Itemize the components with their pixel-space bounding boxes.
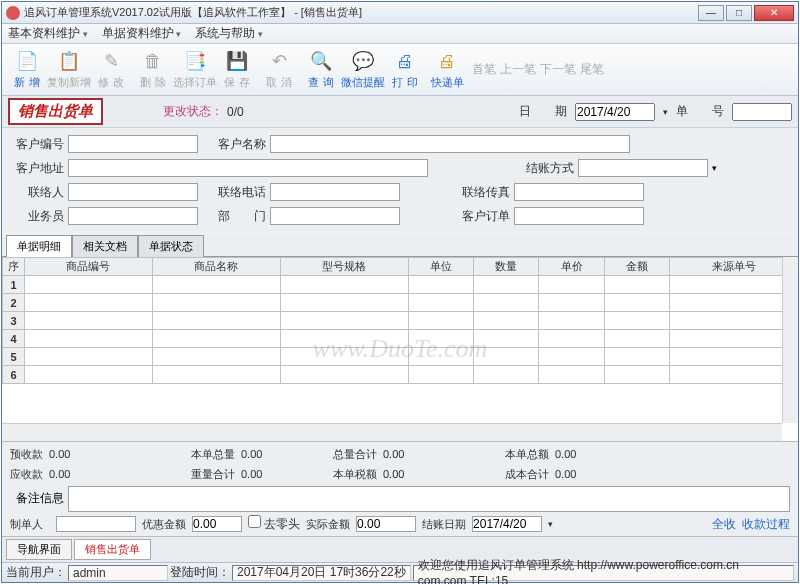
cell[interactable] <box>280 348 408 366</box>
col-header[interactable]: 数量 <box>473 258 538 276</box>
paytype-input[interactable] <box>578 159 708 177</box>
fax-input[interactable] <box>514 183 644 201</box>
cell[interactable] <box>152 348 280 366</box>
cell[interactable] <box>408 294 473 312</box>
cell[interactable] <box>408 348 473 366</box>
express-button[interactable]: 🖨快递单 <box>426 46 468 94</box>
col-header[interactable]: 金额 <box>604 258 669 276</box>
cell[interactable] <box>539 348 604 366</box>
copy-new-button[interactable]: 📋复制新增 <box>48 46 90 94</box>
new-button[interactable]: 📄新 增 <box>6 46 48 94</box>
phone-input[interactable] <box>270 183 400 201</box>
cell[interactable] <box>604 276 669 294</box>
select-order-button[interactable]: 📑选择订单 <box>174 46 216 94</box>
menu-docs[interactable]: 单据资料维护 <box>102 25 182 42</box>
menu-basic[interactable]: 基本资料维护 <box>8 25 88 42</box>
col-header[interactable]: 序 <box>3 258 25 276</box>
cell[interactable] <box>670 312 798 330</box>
detail-grid[interactable]: 序商品编号商品名称型号规格单位数量单价金额来源单号 123456 www.Duo… <box>2 257 798 441</box>
cell[interactable] <box>473 366 538 384</box>
cell[interactable] <box>408 366 473 384</box>
cell[interactable] <box>539 294 604 312</box>
cell[interactable] <box>604 294 669 312</box>
cell[interactable] <box>25 330 153 348</box>
tab-docs[interactable]: 相关文档 <box>72 235 138 257</box>
sales-input[interactable] <box>68 207 198 225</box>
collect-process-link[interactable]: 收款过程 <box>742 516 790 533</box>
col-header[interactable]: 来源单号 <box>670 258 798 276</box>
cell[interactable] <box>152 276 280 294</box>
round-checkbox[interactable] <box>248 515 261 528</box>
cell[interactable] <box>473 330 538 348</box>
full-collect-link[interactable]: 全收 <box>712 516 736 533</box>
cell[interactable] <box>539 330 604 348</box>
cell[interactable] <box>670 366 798 384</box>
col-header[interactable]: 商品编号 <box>25 258 153 276</box>
menu-system[interactable]: 系统与帮助 <box>195 25 263 42</box>
cell[interactable] <box>473 294 538 312</box>
cell[interactable] <box>670 348 798 366</box>
table-row[interactable]: 4 <box>3 330 798 348</box>
real-input[interactable] <box>356 516 416 532</box>
tab-nav[interactable]: 导航界面 <box>6 539 72 560</box>
cell[interactable] <box>408 312 473 330</box>
cell[interactable] <box>25 366 153 384</box>
col-header[interactable]: 单价 <box>539 258 604 276</box>
cell[interactable] <box>25 312 153 330</box>
docno-input[interactable] <box>732 103 792 121</box>
table-row[interactable]: 2 <box>3 294 798 312</box>
cell[interactable] <box>604 312 669 330</box>
date-input[interactable] <box>575 103 655 121</box>
memo-input[interactable] <box>68 486 790 512</box>
addr-input[interactable] <box>68 159 428 177</box>
table-row[interactable]: 3 <box>3 312 798 330</box>
cell[interactable] <box>280 366 408 384</box>
cell[interactable] <box>604 348 669 366</box>
close-button[interactable]: ✕ <box>754 5 794 21</box>
cell[interactable] <box>25 276 153 294</box>
cell[interactable] <box>152 294 280 312</box>
table-row[interactable]: 1 <box>3 276 798 294</box>
cell[interactable] <box>539 366 604 384</box>
minimize-button[interactable]: — <box>698 5 724 21</box>
nav-last[interactable]: 尾笔 <box>580 61 604 78</box>
cell[interactable] <box>280 330 408 348</box>
wechat-button[interactable]: 💬微信提醒 <box>342 46 384 94</box>
cell[interactable] <box>408 330 473 348</box>
maker-input[interactable] <box>56 516 136 532</box>
disc-input[interactable] <box>192 516 242 532</box>
cell[interactable] <box>152 330 280 348</box>
cell[interactable] <box>670 330 798 348</box>
scrollbar-vertical[interactable] <box>782 257 798 423</box>
table-row[interactable]: 6 <box>3 366 798 384</box>
cell[interactable] <box>670 276 798 294</box>
cell[interactable] <box>280 276 408 294</box>
nav-first[interactable]: 首笔 <box>472 61 496 78</box>
cell[interactable] <box>25 348 153 366</box>
cell[interactable] <box>280 312 408 330</box>
contact-input[interactable] <box>68 183 198 201</box>
cell[interactable] <box>539 312 604 330</box>
nav-prev[interactable]: 上一笔 <box>500 61 536 78</box>
cell[interactable] <box>670 294 798 312</box>
query-button[interactable]: 🔍查 询 <box>300 46 342 94</box>
cell[interactable] <box>473 348 538 366</box>
cell[interactable] <box>152 312 280 330</box>
cell[interactable] <box>473 276 538 294</box>
print-button[interactable]: 🖨打 印 <box>384 46 426 94</box>
edit-button[interactable]: ✎修 改 <box>90 46 132 94</box>
cell[interactable] <box>604 330 669 348</box>
maximize-button[interactable]: □ <box>726 5 752 21</box>
tab-shipping[interactable]: 销售出货单 <box>74 539 151 560</box>
col-header[interactable]: 单位 <box>408 258 473 276</box>
cell[interactable] <box>408 276 473 294</box>
tab-status[interactable]: 单据状态 <box>138 235 204 257</box>
table-row[interactable]: 5 <box>3 348 798 366</box>
cell[interactable] <box>604 366 669 384</box>
dept-input[interactable] <box>270 207 400 225</box>
scrollbar-horizontal[interactable] <box>2 423 782 441</box>
save-button[interactable]: 💾保 存 <box>216 46 258 94</box>
cell[interactable] <box>152 366 280 384</box>
nav-next[interactable]: 下一笔 <box>540 61 576 78</box>
paydate-input[interactable] <box>472 516 542 532</box>
